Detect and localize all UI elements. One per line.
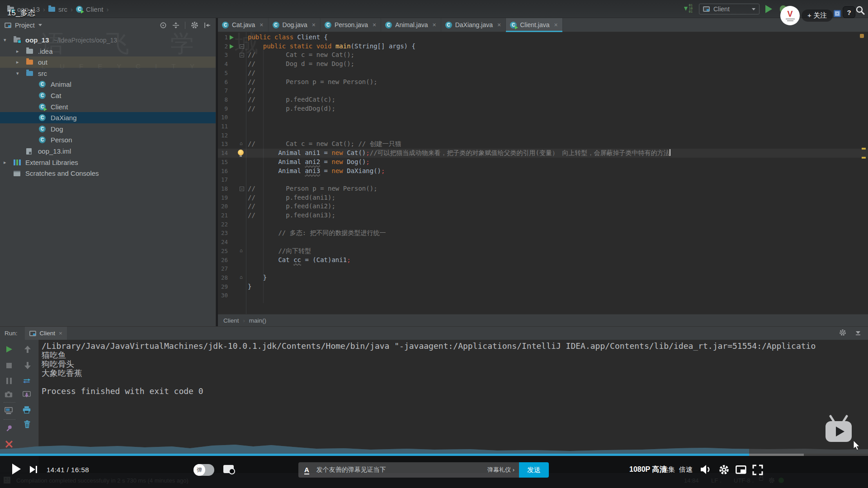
code-line-13[interactable]: 13⌂// Cat c = new Cat(); // 创建一只猫 [218, 140, 868, 149]
code-line-28[interactable]: 28⌂ } [218, 273, 868, 282]
tree-item-out[interactable]: ▸out [0, 56, 216, 68]
code-line-6[interactable]: 6// Person p = new Person(); [218, 78, 868, 87]
tab-DaXiang.java[interactable]: DaXiang.java× [441, 18, 506, 32]
fold-marker-icon[interactable]: ⌂ [240, 274, 243, 280]
tab-Client.java[interactable]: Client.java× [506, 18, 563, 32]
code-line-7[interactable]: 7// [218, 86, 868, 95]
breadcrumb-class[interactable]: Client [223, 317, 239, 324]
pin-icon[interactable] [5, 425, 13, 433]
uploader-avatar[interactable]: V [780, 6, 800, 25]
run-configuration-select[interactable]: Client [699, 4, 760, 14]
tree-item-oop_13.iml[interactable]: oop_13.iml [0, 145, 216, 157]
chevron-down-icon[interactable]: ▾ [4, 37, 6, 43]
tab-Person.java[interactable]: Person.java× [321, 18, 381, 32]
pause-button[interactable] [5, 377, 13, 385]
memory-indicator[interactable]: 01 10 01 [684, 4, 693, 14]
gear-icon[interactable] [839, 329, 846, 336]
code-line-16[interactable]: 16 Animal ani3 = new DaXiang(); [218, 167, 868, 176]
intention-bulb-icon[interactable] [238, 150, 244, 155]
volume-icon[interactable] [700, 464, 712, 475]
tree-item-Cat[interactable]: Cat [0, 90, 216, 101]
inspection-indicator[interactable] [860, 34, 864, 38]
code-line-14[interactable]: 14 Animal ani1 = new Cat();//可以把猫当成动物来看，… [218, 149, 868, 158]
settings-gear-icon[interactable] [719, 465, 729, 475]
scroll-to-end-icon[interactable] [23, 390, 31, 399]
warning-stripe-mark[interactable] [862, 157, 866, 159]
up-stack-icon[interactable] [24, 345, 32, 353]
fullscreen-icon[interactable] [752, 464, 764, 476]
code-line-9[interactable]: 9// p.feedDog(d); [218, 104, 868, 113]
camera-icon[interactable] [5, 390, 13, 399]
code-line-23[interactable]: 23 // 多态: 把不同的数据类型进行统一 [218, 229, 868, 238]
tree-item-Person[interactable]: Person [0, 134, 216, 145]
code-line-17[interactable]: 17 [218, 175, 868, 184]
tree-item-.idea[interactable]: ▸.idea [0, 46, 216, 57]
follow-button[interactable]: + 关注 [802, 9, 833, 22]
danmaku-settings-icon[interactable] [223, 465, 234, 473]
close-icon[interactable]: × [59, 330, 62, 337]
code-line-1[interactable]: 1public class Client { [218, 33, 868, 42]
code-line-26[interactable]: 26 Cat cc = (Cat)ani1; [218, 256, 868, 265]
code-line-3[interactable]: 3−// Cat c = new Cat(); [218, 51, 868, 60]
danmaku-font-icon[interactable]: A [304, 466, 309, 474]
run-line-icon[interactable] [230, 44, 234, 49]
fold-marker-icon[interactable]: ⌂ [240, 141, 243, 146]
speed-button[interactable]: 倍速 [679, 465, 693, 474]
tree-item-DaXiang[interactable]: DaXiang [0, 112, 216, 123]
search-icon[interactable] [855, 5, 865, 15]
code-line-19[interactable]: 19// p.feed(ani1); [218, 193, 868, 202]
tree-item-src[interactable]: ▾src [0, 68, 216, 79]
danmaku-input[interactable]: A 发个友善的弹幕见证当下 弹幕礼仪 › [298, 462, 519, 478]
chevron-right-icon[interactable]: ▸ [4, 160, 6, 165]
run-console-output[interactable]: /Library/Java/JavaVirtualMachines/jdk-10… [42, 342, 816, 396]
code-line-29[interactable]: 29} [218, 282, 868, 291]
down-stack-icon[interactable] [24, 361, 32, 370]
tree-item-Client[interactable]: Client [0, 101, 216, 113]
send-danmaku-button[interactable]: 发送 [519, 462, 549, 478]
close-icon[interactable]: × [433, 21, 436, 28]
code-line-22[interactable]: 22 [218, 220, 868, 229]
run-tab-client[interactable]: Client × [25, 327, 67, 340]
gear-icon[interactable] [191, 21, 198, 29]
warning-stripe-mark[interactable] [862, 148, 866, 150]
code-line-11[interactable]: 11 [218, 122, 868, 131]
layout-icon[interactable] [5, 407, 13, 415]
code-line-20[interactable]: 20// p.feed(ani2); [218, 202, 868, 211]
play-button[interactable] [12, 464, 21, 474]
trash-icon[interactable] [23, 420, 31, 428]
tree-item-Dog[interactable]: Dog [0, 123, 216, 135]
code-line-27[interactable]: 27 [218, 264, 868, 273]
danmaku-toggle[interactable]: 弹 [193, 464, 214, 476]
fold-minus-icon[interactable]: − [240, 53, 244, 57]
code-line-4[interactable]: 4// Dog d = new Dog(); [218, 60, 868, 69]
fold-minus-icon[interactable]: − [240, 187, 244, 191]
tab-Cat.java[interactable]: Cat.java× [218, 18, 269, 32]
fold-minus-icon[interactable]: − [240, 44, 244, 49]
breadcrumb-item-src[interactable]: src [48, 5, 67, 13]
run-button[interactable] [765, 5, 772, 13]
code-line-30[interactable]: 30 [218, 291, 868, 300]
chevron-down-icon[interactable] [38, 24, 42, 26]
grid-icon[interactable] [834, 10, 841, 17]
code-line-12[interactable]: 12 [218, 131, 868, 140]
hide-panel-icon[interactable] [854, 329, 862, 336]
code-line-25[interactable]: 25⌂ //向下转型 [218, 247, 868, 256]
danmaku-heat-graph[interactable] [0, 440, 868, 454]
run-line-icon[interactable] [230, 35, 234, 40]
tv-watch-together-icon[interactable] [825, 414, 853, 446]
chevron-right-icon[interactable]: ▸ [16, 48, 19, 54]
code-editor[interactable]: 1public class Client {2− public static v… [218, 32, 868, 314]
code-line-24[interactable]: 24 [218, 238, 868, 247]
restore-layout-icon[interactable] [23, 377, 31, 385]
tree-item-Animal[interactable]: Animal [0, 79, 216, 90]
code-line-21[interactable]: 21// p.feed(ani3); [218, 211, 868, 220]
danmaku-etiquette-link[interactable]: 弹幕礼仪 › [487, 466, 514, 474]
tab-Animal.java[interactable]: Animal.java× [381, 18, 441, 32]
stop-button[interactable] [5, 361, 13, 370]
locate-icon[interactable] [160, 22, 167, 29]
collapse-all-icon[interactable] [204, 22, 211, 29]
help-button[interactable]: ? [843, 6, 855, 18]
close-icon[interactable]: × [259, 21, 263, 28]
tree-item-oop_13[interactable]: ▾oop_13~/IdeaProjects/oop_13 [0, 34, 216, 46]
close-icon[interactable]: × [373, 21, 376, 28]
